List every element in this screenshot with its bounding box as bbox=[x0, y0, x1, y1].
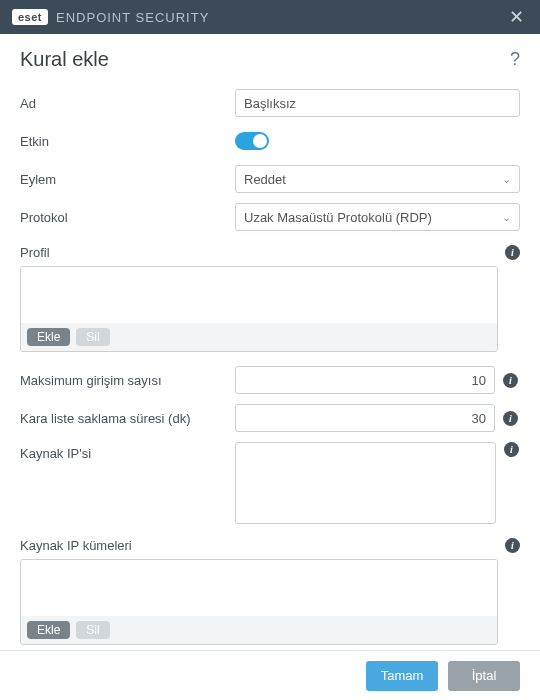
page-title: Kural ekle bbox=[20, 48, 109, 71]
name-input[interactable] bbox=[235, 89, 520, 117]
protocol-label: Protokol bbox=[20, 210, 235, 225]
profile-delete-button: Sil bbox=[76, 328, 109, 346]
ipsets-add-button[interactable]: Ekle bbox=[27, 621, 70, 639]
app-title: ENDPOINT SECURITY bbox=[56, 10, 209, 25]
chevron-down-icon: ⌄ bbox=[502, 211, 511, 224]
info-icon[interactable]: i bbox=[503, 373, 518, 388]
dialog-footer: Tamam İptal bbox=[0, 650, 540, 700]
titlebar: eset ENDPOINT SECURITY ✕ bbox=[0, 0, 540, 34]
brand-logo: eset bbox=[12, 9, 48, 25]
enabled-label: Etkin bbox=[20, 134, 235, 149]
profile-add-button[interactable]: Ekle bbox=[27, 328, 70, 346]
ok-button[interactable]: Tamam bbox=[366, 661, 438, 691]
info-icon[interactable]: i bbox=[505, 538, 520, 553]
source-ip-sets-body[interactable] bbox=[21, 560, 497, 616]
profile-listbox: Ekle Sil bbox=[20, 266, 498, 352]
blacklist-retention-label: Kara liste saklama süresi (dk) bbox=[20, 411, 235, 426]
max-attempts-label: Maksimum girişim sayısı bbox=[20, 373, 235, 388]
blacklist-retention-input[interactable] bbox=[235, 404, 495, 432]
protocol-select[interactable]: Uzak Masaüstü Protokolü (RDP) ⌄ bbox=[235, 203, 520, 231]
info-icon[interactable]: i bbox=[503, 411, 518, 426]
cancel-button[interactable]: İptal bbox=[448, 661, 520, 691]
action-value: Reddet bbox=[244, 172, 286, 187]
profile-list-body[interactable] bbox=[21, 267, 497, 323]
source-ip-sets-label: Kaynak IP kümeleri bbox=[20, 538, 505, 553]
name-label: Ad bbox=[20, 96, 235, 111]
action-select[interactable]: Reddet ⌄ bbox=[235, 165, 520, 193]
info-icon[interactable]: i bbox=[505, 245, 520, 260]
protocol-value: Uzak Masaüstü Protokolü (RDP) bbox=[244, 210, 432, 225]
source-ip-sets-listbox: Ekle Sil bbox=[20, 559, 498, 645]
close-icon[interactable]: ✕ bbox=[505, 8, 528, 26]
info-icon[interactable]: i bbox=[504, 442, 519, 457]
ipsets-delete-button: Sil bbox=[76, 621, 109, 639]
help-icon[interactable]: ? bbox=[510, 49, 520, 70]
profile-label: Profil bbox=[20, 245, 505, 260]
enabled-toggle[interactable] bbox=[235, 132, 269, 150]
source-ip-textarea[interactable] bbox=[235, 442, 496, 524]
chevron-down-icon: ⌄ bbox=[502, 173, 511, 186]
max-attempts-input[interactable] bbox=[235, 366, 495, 394]
source-ip-label: Kaynak IP'si bbox=[20, 442, 235, 461]
action-label: Eylem bbox=[20, 172, 235, 187]
